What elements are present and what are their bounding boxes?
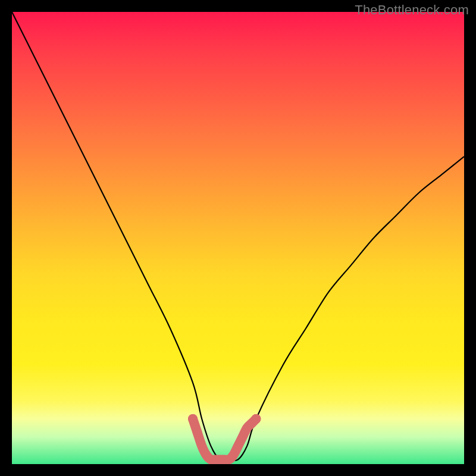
chart-plot-area <box>12 12 464 464</box>
emphasis-dot <box>251 414 261 424</box>
emphasis-stroke <box>193 419 256 460</box>
emphasis-dot <box>188 414 198 424</box>
bottleneck-curve-path <box>12 12 464 461</box>
emphasis-dot <box>193 428 202 437</box>
watermark-text: TheBottleneck.com <box>355 2 469 18</box>
chart-frame: TheBottleneck.com <box>0 0 476 476</box>
chart-svg <box>12 12 464 464</box>
